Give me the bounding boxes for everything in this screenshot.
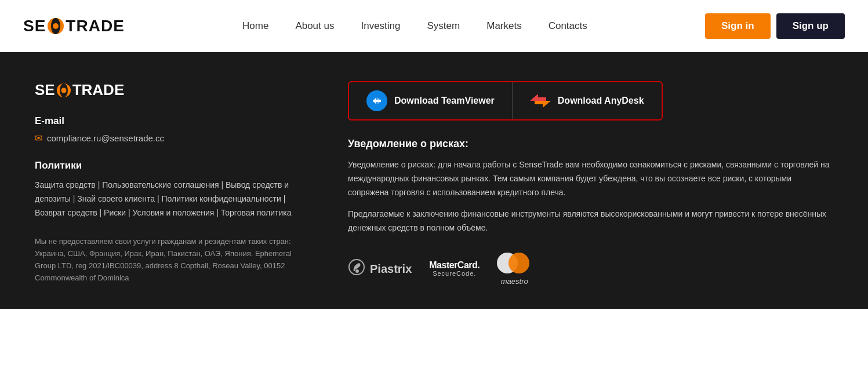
logo: SE TRADE (23, 17, 125, 35)
piastrix-logo: Piastrix (348, 258, 412, 280)
nav-system[interactable]: System (417, 16, 471, 36)
svg-marker-6 (530, 94, 546, 101)
piastrix-label: Piastrix (370, 262, 412, 276)
footer-email-label: E-mail (35, 115, 313, 127)
download-anydesk-label: Download AnyDesk (558, 96, 644, 106)
logo-trade: TRADE (66, 17, 124, 35)
main-nav: Home About us Investing System Markets C… (232, 16, 598, 36)
mastercard-sub: SecureCode. (433, 270, 476, 277)
svg-marker-7 (535, 101, 551, 108)
download-teamviewer-label: Download TeamViewer (394, 96, 495, 106)
footer-disclaimer: Мы не предоставляем свои услуги граждана… (35, 236, 313, 284)
footer-logo: SE TRADE (35, 81, 313, 99)
svg-point-5 (61, 87, 66, 93)
maestro-circle-right (509, 253, 529, 273)
footer-policies-text: Защита средств | Пользовательские соглаш… (35, 178, 313, 220)
nav-contacts[interactable]: Contacts (538, 16, 598, 36)
footer: SE TRADE E-mail ✉ compliance.ru@sensetra… (0, 52, 868, 309)
risk-title: Уведомление о рисках: (348, 138, 833, 150)
teamviewer-icon (366, 90, 387, 111)
payment-logos: Piastrix MasterCard. SecureCode. maestro (348, 253, 833, 286)
mastercard-logo: MasterCard. SecureCode. (429, 261, 480, 277)
download-teamviewer-button[interactable]: Download TeamViewer (349, 82, 513, 119)
footer-email-address: compliance.ru@sensetrade.cc (47, 133, 164, 143)
logo-se1: SE (23, 17, 46, 35)
footer-policies-label: Политики (35, 160, 313, 171)
nav-about[interactable]: About us (285, 16, 344, 36)
footer-logo-icon (56, 82, 72, 98)
footer-right: Download TeamViewer Download AnyDesk Уве… (348, 81, 833, 286)
risk-text-1: Уведомление о рисках: для начала работы … (348, 158, 833, 199)
nav-markets[interactable]: Markets (476, 16, 532, 36)
svg-point-2 (53, 23, 59, 29)
footer-logo-se1: SE (35, 81, 55, 99)
footer-email-row: ✉ compliance.ru@sensetrade.cc (35, 133, 313, 144)
signup-button[interactable]: Sign up (776, 13, 845, 39)
svg-point-9 (355, 269, 359, 273)
mastercard-text: MasterCard. (429, 261, 480, 270)
download-box: Download TeamViewer Download AnyDesk (348, 81, 663, 121)
maestro-circles (497, 253, 532, 275)
footer-left: SE TRADE E-mail ✉ compliance.ru@sensetra… (35, 81, 313, 286)
download-anydesk-button[interactable]: Download AnyDesk (513, 82, 662, 119)
signin-button[interactable]: Sign in (705, 13, 771, 39)
risk-text-2: Предлагаемые к заключению финансовые инс… (348, 207, 833, 235)
maestro-logo: maestro (497, 253, 532, 286)
header: SE TRADE Home About us Investing System … (0, 0, 868, 52)
nav-home[interactable]: Home (232, 16, 279, 36)
email-icon: ✉ (35, 133, 42, 144)
maestro-text: maestro (501, 277, 528, 286)
logo-icon (46, 17, 65, 35)
anydesk-icon (530, 90, 551, 111)
nav-investing[interactable]: Investing (350, 16, 411, 36)
header-buttons: Sign in Sign up (705, 13, 845, 39)
piastrix-icon (348, 258, 365, 280)
logo-text: SE TRADE (23, 17, 125, 35)
footer-logo-trade: TRADE (72, 81, 125, 99)
